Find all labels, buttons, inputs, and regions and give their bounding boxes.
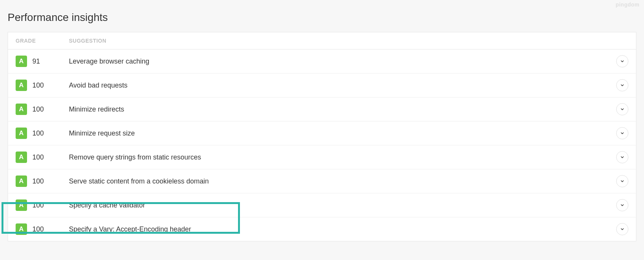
grade-score: 100	[32, 201, 44, 209]
grade-badge: A	[16, 223, 27, 235]
insight-row[interactable]: A100Specify a Vary: Accept-Encoding head…	[8, 217, 636, 241]
grade-cell: A100	[16, 223, 69, 235]
suggestion-text: Remove query strings from static resourc…	[69, 153, 616, 161]
suggestion-text: Avoid bad requests	[69, 81, 616, 89]
grade-badge: A	[16, 152, 27, 163]
grade-cell: A100	[16, 128, 69, 139]
chevron-down-icon	[620, 155, 625, 160]
suggestion-text: Minimize request size	[69, 129, 616, 137]
insight-row[interactable]: A100Remove query strings from static res…	[8, 145, 636, 169]
grade-badge: A	[16, 199, 27, 211]
chevron-down-icon	[620, 203, 625, 207]
suggestion-text: Specify a cache validator	[69, 201, 616, 209]
grade-badge: A	[16, 80, 27, 91]
grade-score: 100	[32, 129, 44, 137]
grade-badge: A	[16, 128, 27, 139]
suggestion-column-header: SUGGESTION	[69, 38, 628, 44]
grade-cell: A91	[16, 56, 69, 67]
suggestion-text: Specify a Vary: Accept-Encoding header	[69, 225, 616, 233]
insight-row[interactable]: A100Serve static content from a cookiele…	[8, 169, 636, 193]
insight-row[interactable]: A100Minimize redirects	[8, 97, 636, 121]
suggestion-text: Minimize redirects	[69, 105, 616, 113]
grade-column-header: GRADE	[16, 38, 69, 44]
expand-button[interactable]	[616, 79, 628, 91]
expand-button[interactable]	[616, 127, 628, 139]
chevron-down-icon	[620, 59, 625, 64]
expand-button[interactable]	[616, 175, 628, 187]
grade-cell: A100	[16, 104, 69, 115]
grade-cell: A100	[16, 80, 69, 91]
chevron-down-icon	[620, 83, 625, 88]
grade-score: 100	[32, 153, 44, 161]
suggestion-text: Leverage browser caching	[69, 57, 616, 65]
insights-table: GRADE SUGGESTION A91Leverage browser cac…	[8, 32, 636, 241]
grade-badge: A	[16, 104, 27, 115]
chevron-down-icon	[620, 227, 625, 231]
grade-cell: A100	[16, 152, 69, 163]
watermark: pingdom	[615, 2, 639, 8]
table-header: GRADE SUGGESTION	[8, 32, 636, 49]
chevron-down-icon	[620, 179, 625, 183]
insight-row[interactable]: A100Avoid bad requests	[8, 73, 636, 97]
grade-badge: A	[16, 56, 27, 67]
expand-button[interactable]	[616, 103, 628, 115]
expand-button[interactable]	[616, 151, 628, 163]
grade-score: 100	[32, 177, 44, 185]
grade-score: 100	[32, 105, 44, 113]
grade-score: 100	[32, 225, 44, 233]
insight-row[interactable]: A100Specify a cache validator	[8, 193, 636, 217]
grade-cell: A100	[16, 175, 69, 187]
grade-score: 91	[32, 57, 40, 65]
expand-button[interactable]	[616, 199, 628, 211]
page-title: Performance insights	[8, 11, 636, 24]
insight-row[interactable]: A91Leverage browser caching	[8, 49, 636, 73]
insight-row[interactable]: A100Minimize request size	[8, 121, 636, 145]
grade-cell: A100	[16, 199, 69, 211]
grade-score: 100	[32, 81, 44, 89]
expand-button[interactable]	[616, 223, 628, 235]
chevron-down-icon	[620, 131, 625, 136]
grade-badge: A	[16, 175, 27, 187]
expand-button[interactable]	[616, 55, 628, 67]
performance-insights-panel: Performance insights GRADE SUGGESTION A9…	[0, 0, 644, 253]
suggestion-text: Serve static content from a cookieless d…	[69, 177, 616, 185]
chevron-down-icon	[620, 107, 625, 112]
